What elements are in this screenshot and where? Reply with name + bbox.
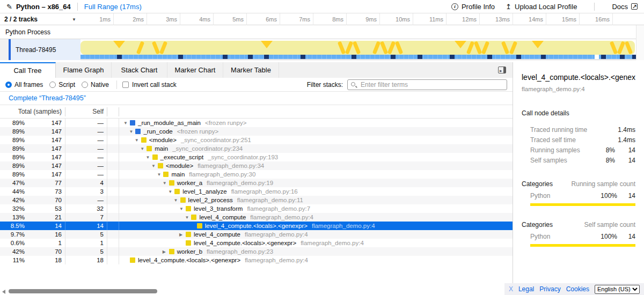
call-tree-row[interactable]: 89%147—▼_run_module_as_main<frozen runpy… — [0, 119, 513, 127]
scrollbar-thumb[interactable] — [9, 289, 157, 293]
call-tree-row[interactable]: 89%147—▼<module>_sync_coordinator.py:251 — [0, 136, 513, 144]
radio-icon — [5, 82, 12, 88]
scroll-left-arrow-icon[interactable] — [2, 290, 5, 294]
category-square-icon — [191, 215, 196, 220]
language-select[interactable]: English (US) — [595, 285, 640, 294]
call-tree-row[interactable]: 89%147—▼main_sync_coordinator.py:234 — [0, 144, 513, 153]
full-range-link[interactable]: Full Range (17ms) — [84, 3, 142, 11]
expander-collapsed-icon[interactable]: ▶ — [163, 249, 169, 254]
tab-marker-chart[interactable]: Marker Chart — [167, 62, 223, 78]
call-tree-row[interactable]: 89%147—▼mainflamegraph_demo.py:30 — [0, 170, 513, 179]
invert-call-stack-label: Invert call stack — [132, 81, 177, 88]
tab-stack-chart[interactable]: Stack Chart — [112, 62, 167, 78]
edit-pencil-icon[interactable]: ✎ — [6, 3, 12, 11]
expander-open-icon[interactable]: ▼ — [151, 164, 158, 168]
call-tree-row[interactable]: 9.7%165▶level_4_computeflamegraph_demo.p… — [0, 230, 513, 239]
radio-script[interactable]: Script — [49, 81, 75, 88]
category-square-icon — [147, 146, 152, 151]
footer-link-cookies[interactable]: Cookies — [566, 285, 589, 293]
category-header-right: Self sample count — [553, 221, 635, 228]
call-tree-row[interactable]: 44%733▼level_1_analyzeflamegraph_demo.py… — [0, 187, 513, 196]
sidebar-category-block: CategoriesRunning sample countPython100%… — [522, 180, 635, 206]
expander-open-icon[interactable]: ▼ — [168, 189, 174, 194]
footer-link-legal[interactable]: Legal — [518, 285, 534, 293]
sidebar-toggle-icon[interactable]: ▶ — [498, 67, 506, 73]
timeline-ruler-row: 2 / 2 tracks ▼ 1ms2ms3ms4ms5ms6ms7ms8ms9… — [0, 13, 644, 25]
sidebar-metric-row: Traced running time1.4ms — [522, 124, 635, 135]
thread-track-label-cell[interactable]: Thread-78495 — [11, 39, 80, 60]
function-file: _sync_coordinator.py:234 — [172, 145, 243, 152]
expander-open-icon[interactable]: ▼ — [185, 215, 191, 220]
row-tree-cell: ▼worker_aflamegraph_demo.py:19 — [119, 179, 513, 187]
expander-open-icon[interactable]: ▼ — [157, 172, 163, 177]
tracks-dropdown[interactable]: 2 / 2 tracks ▼ — [0, 13, 80, 25]
call-tree-row[interactable]: 42%705▶worker_bflamegraph_demo.py:23 — [0, 247, 513, 256]
radio-native[interactable]: Native — [82, 81, 109, 88]
breadcrumb[interactable]: Complete “Thread-78495” — [9, 94, 86, 102]
activity-graph[interactable] — [80, 41, 635, 55]
total-column-header[interactable]: Total (samples) — [0, 107, 65, 116]
call-tree-row[interactable]: 0.6%11level_4_compute.<locals>.<genexpr>… — [0, 239, 513, 247]
function-file: flamegraph_demo.py:4 — [250, 214, 313, 220]
category-square-icon — [169, 249, 174, 254]
call-tree-row[interactable]: 8.5%1414level_4_compute.<locals>.<genexp… — [0, 222, 513, 230]
self-column-header[interactable]: Self — [65, 107, 107, 116]
docs-button[interactable]: Docs ↗ — [612, 3, 638, 11]
expander-open-icon[interactable]: ▼ — [163, 181, 169, 186]
divider — [77, 3, 78, 11]
expander-open-icon[interactable]: ▼ — [140, 146, 147, 151]
row-spacer — [107, 247, 119, 256]
call-tree-row[interactable]: 13%217▼level_4_computeflamegraph_demo.py… — [0, 213, 513, 222]
function-name: _execute_script — [160, 154, 204, 160]
ruler-tick: 8ms — [313, 13, 347, 25]
tab-flame-graph[interactable]: Flame Graph — [56, 62, 112, 78]
marker-slash-icon — [159, 41, 167, 55]
row-total: 16 — [28, 230, 65, 239]
row-self: — — [65, 153, 107, 161]
upload-profile-button[interactable]: ↥ Upload Local Profile — [506, 3, 577, 11]
thread-track-label: Thread-78495 — [16, 46, 56, 54]
invert-call-stack-checkbox[interactable] — [122, 82, 129, 88]
expander-open-icon[interactable]: ▼ — [135, 138, 141, 143]
row-spacer — [107, 196, 119, 204]
sample-dark-segment — [601, 55, 606, 59]
expander-open-icon[interactable]: ▼ — [174, 198, 180, 203]
function-file: flamegraph_demo.py:23 — [207, 248, 273, 255]
row-spacer — [107, 222, 119, 230]
profile-info-button[interactable]: i Profile Info — [451, 3, 495, 11]
row-total: 14 — [28, 222, 65, 230]
call-tree-row[interactable]: 89%147—▼<module>flamegraph_demo.py:34 — [0, 161, 513, 170]
call-tree-row[interactable]: 11%1818level_4_compute.<locals>.<genexpr… — [0, 256, 513, 264]
expander-open-icon[interactable]: ▼ — [129, 129, 135, 134]
expander-open-icon[interactable]: ▼ — [146, 155, 152, 160]
metric-value: 1.4ms — [615, 136, 635, 144]
call-tree-row[interactable]: 32%5332▼level_3_transformflamegraph_demo… — [0, 204, 513, 213]
ruler-tick: 11ms — [413, 13, 447, 25]
row-percent: 32% — [0, 204, 28, 213]
expander-open-icon[interactable]: ▼ — [179, 206, 186, 211]
track-python-process[interactable]: Python Process — [0, 25, 644, 39]
tab-call-tree[interactable]: Call Tree — [0, 62, 56, 78]
sample-strip[interactable] — [80, 55, 635, 59]
timeline-ruler[interactable]: 1ms2ms3ms4ms5ms6ms7ms8ms9ms10ms11ms12ms1… — [80, 13, 636, 25]
call-tree-row[interactable]: 47%774▼worker_aflamegraph_demo.py:19 — [0, 179, 513, 187]
row-tree-cell: ▼<module>flamegraph_demo.py:34 — [119, 161, 513, 170]
expander-collapsed-icon[interactable]: ▶ — [179, 232, 186, 237]
timeline-right-gutter[interactable] — [636, 25, 644, 60]
expander-open-icon[interactable]: ▼ — [123, 121, 130, 126]
tab-marker-table[interactable]: Marker Table — [223, 62, 279, 78]
footer-link-privacy[interactable]: Privacy — [539, 285, 560, 293]
function-name: main — [171, 171, 185, 178]
row-percent: 13% — [0, 213, 28, 222]
function-file: flamegraph_demo.py:4 — [301, 240, 364, 246]
row-tree-cell: level_4_compute.<locals>.<genexpr>flameg… — [119, 256, 513, 264]
filter-input[interactable] — [361, 80, 504, 90]
docs-label: Docs — [612, 3, 628, 11]
call-tree-row[interactable]: 89%147—▼_execute_script_sync_coordinator… — [0, 153, 513, 161]
call-tree-row[interactable]: 42%70—▼level_2_processflamegraph_demo.py… — [0, 196, 513, 204]
footer-link-x[interactable]: X — [509, 285, 513, 293]
call-tree-row[interactable]: 89%147—▼_run_code<frozen runpy> — [0, 127, 513, 136]
track-thread[interactable]: Thread-78495 — [0, 39, 644, 60]
row-total: 73 — [28, 187, 65, 196]
radio-all-frames[interactable]: All frames — [5, 81, 43, 88]
